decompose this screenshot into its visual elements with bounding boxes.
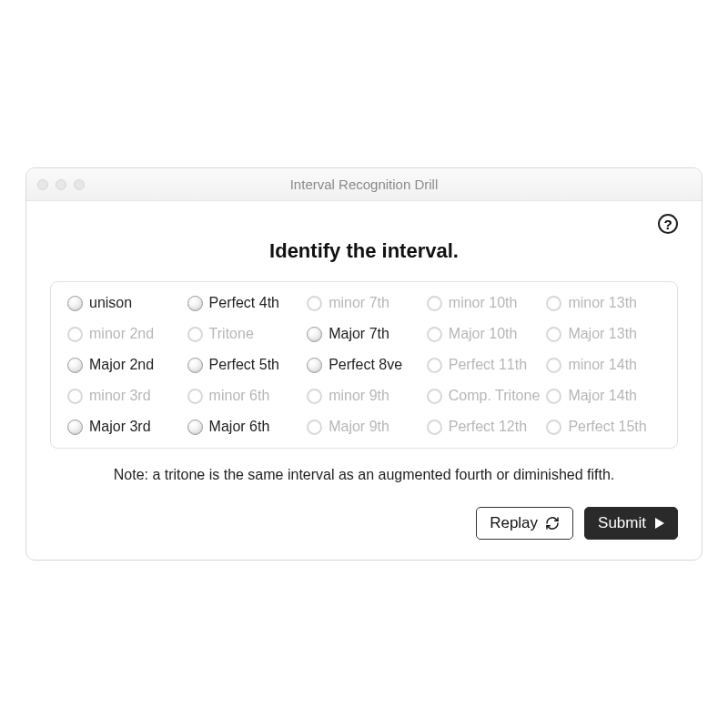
interval-option: Major 14th [546, 388, 661, 404]
replay-button[interactable]: Replay [476, 507, 573, 540]
radio-icon [307, 389, 322, 404]
interval-option-label: unison [89, 295, 132, 311]
radio-icon [427, 389, 442, 404]
interval-option[interactable]: Major 7th [307, 326, 421, 342]
radio-icon [187, 296, 203, 311]
radio-icon [427, 358, 442, 373]
radio-icon [67, 358, 83, 373]
interval-option-label: Major 14th [568, 388, 637, 404]
interval-option-label: Tritone [209, 326, 254, 342]
radio-icon [546, 389, 561, 404]
interval-option[interactable]: Perfect 4th [187, 295, 302, 311]
interval-option: Comp. Tritone [427, 388, 541, 404]
interval-option: Major 10th [427, 326, 541, 342]
radio-icon [546, 296, 561, 311]
interval-option-label: Major 3rd [89, 419, 151, 435]
radio-icon [546, 358, 561, 373]
interval-option: minor 2nd [67, 326, 182, 342]
radio-icon [187, 327, 203, 342]
radio-icon [307, 296, 322, 311]
help-icon: ? [663, 217, 672, 232]
interval-option-label: minor 6th [209, 388, 270, 404]
radio-icon [546, 327, 561, 342]
interval-option-label: Perfect 12th [449, 419, 527, 435]
interval-option: minor 13th [546, 295, 661, 311]
radio-icon [546, 420, 561, 435]
interval-option-label: Major 2nd [89, 357, 154, 373]
maximize-window-button[interactable] [74, 179, 85, 190]
radio-icon [67, 296, 83, 311]
radio-icon [427, 327, 442, 342]
interval-option: Tritone [187, 326, 302, 342]
interval-option: minor 6th [187, 388, 302, 404]
interval-option: Perfect 11th [427, 357, 541, 373]
interval-option: minor 9th [307, 388, 421, 404]
interval-option-label: minor 9th [329, 388, 389, 404]
interval-option-label: Perfect 4th [209, 295, 279, 311]
interval-option-label: minor 13th [568, 295, 637, 311]
refresh-icon [545, 516, 560, 531]
interval-option: Perfect 15th [546, 419, 661, 435]
interval-option: minor 7th [307, 295, 421, 311]
radio-icon [187, 389, 203, 404]
interval-option[interactable]: Perfect 8ve [307, 357, 421, 373]
interval-option-label: Comp. Tritone [449, 388, 540, 404]
prompt-heading: Identify the interval. [50, 239, 678, 263]
window-title: Interval Recognition Drill [26, 177, 702, 192]
interval-option: Perfect 12th [427, 419, 541, 435]
interval-option-label: minor 7th [329, 295, 389, 311]
interval-option: minor 3rd [67, 388, 182, 404]
radio-icon [67, 420, 83, 435]
action-buttons: Replay Submit [50, 507, 678, 540]
replay-label: Replay [490, 514, 538, 532]
interval-option-label: minor 10th [449, 295, 518, 311]
radio-icon [67, 389, 83, 404]
help-button[interactable]: ? [658, 214, 678, 234]
interval-option-label: minor 2nd [89, 326, 154, 342]
interval-option-label: Perfect 5th [209, 357, 279, 373]
play-icon [655, 518, 664, 529]
interval-option-label: Perfect 8ve [329, 357, 402, 373]
interval-option-label: Major 13th [568, 326, 637, 342]
radio-icon [307, 358, 322, 373]
tritone-note: Note: a tritone is the same interval as … [50, 467, 678, 483]
interval-option[interactable]: Perfect 5th [187, 357, 302, 373]
interval-option[interactable]: Major 2nd [67, 357, 182, 373]
content-area: ? Identify the interval. unisonminor 2nd… [26, 201, 702, 560]
interval-option[interactable]: Major 6th [187, 419, 302, 435]
interval-option[interactable]: unison [67, 295, 182, 311]
interval-option: Major 13th [546, 326, 661, 342]
options-panel: unisonminor 2ndMajor 2ndminor 3rdMajor 3… [50, 281, 678, 449]
options-grid: unisonminor 2ndMajor 2ndminor 3rdMajor 3… [67, 295, 661, 435]
radio-icon [427, 420, 442, 435]
titlebar: Interval Recognition Drill [26, 168, 702, 201]
radio-icon [67, 327, 83, 342]
interval-option-label: Major 6th [209, 419, 270, 435]
interval-option[interactable]: Major 3rd [67, 419, 182, 435]
interval-option: minor 10th [427, 295, 541, 311]
interval-option-label: Major 7th [329, 326, 389, 342]
interval-option-label: Major 10th [449, 326, 518, 342]
interval-option-label: Major 9th [329, 419, 389, 435]
interval-option: minor 14th [546, 357, 661, 373]
interval-option-label: minor 14th [568, 357, 637, 373]
submit-button[interactable]: Submit [584, 507, 678, 540]
minimize-window-button[interactable] [56, 179, 66, 190]
radio-icon [307, 327, 322, 342]
radio-icon [187, 358, 203, 373]
close-window-button[interactable] [37, 179, 48, 190]
interval-option-label: Perfect 11th [449, 357, 527, 373]
radio-icon [427, 296, 442, 311]
interval-option: Major 9th [307, 419, 421, 435]
app-window: Interval Recognition Drill ? Identify th… [25, 167, 703, 561]
interval-option-label: minor 3rd [89, 388, 151, 404]
radio-icon [307, 420, 322, 435]
interval-option-label: Perfect 15th [568, 419, 646, 435]
submit-label: Submit [598, 514, 646, 532]
radio-icon [187, 420, 203, 435]
window-controls [26, 179, 85, 190]
